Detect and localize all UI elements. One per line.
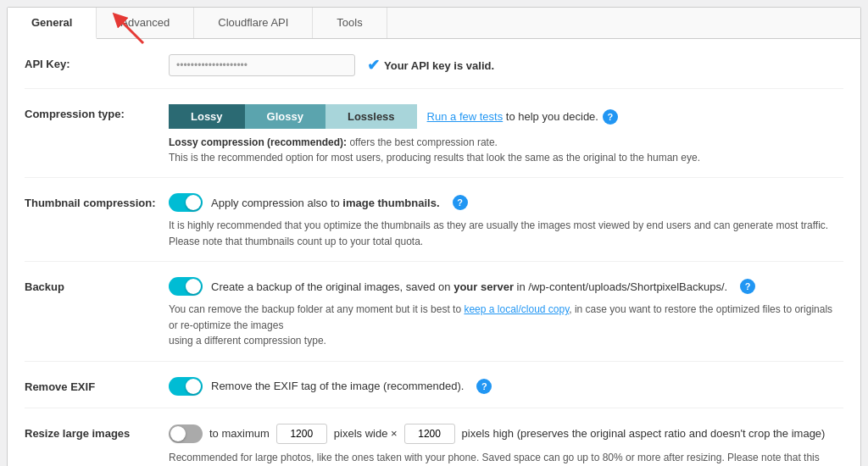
api-valid-message: ✔ Your API key is valid.	[367, 56, 494, 75]
backup-local-copy-link[interactable]: keep a local/cloud copy	[464, 303, 569, 315]
tab-bar: General Advanced Cloudflare API Tools	[8, 8, 860, 39]
resize-label: Resize large images	[25, 424, 169, 440]
tab-general[interactable]: General	[8, 8, 97, 39]
exif-toggle-row: Remove the EXIF tag of the image (recomm…	[169, 377, 843, 396]
tab-cloudflare-api[interactable]: Cloudflare API	[194, 8, 313, 38]
backup-control: Create a backup of the original images, …	[169, 277, 843, 349]
backup-toggle-slider[interactable]	[169, 277, 203, 296]
run-tests-container: Run a few tests to help you decide.	[427, 110, 598, 123]
api-key-input[interactable]	[169, 54, 355, 76]
compression-help-icon[interactable]: ?	[603, 109, 618, 125]
backup-help-icon[interactable]: ?	[740, 279, 755, 294]
backup-toggle-row: Create a backup of the original images, …	[169, 277, 843, 296]
compression-type-control: Lossy Glossy Lossless Run a few tests to…	[169, 104, 843, 165]
compression-type-label: Compression type:	[25, 104, 169, 120]
exif-toggle[interactable]	[169, 377, 203, 396]
lossy-button[interactable]: Lossy	[169, 104, 245, 129]
thumbnail-help-icon[interactable]: ?	[453, 195, 468, 210]
checkmark-icon: ✔	[367, 56, 380, 75]
resize-pixels-high-text: pixels high (preserves the original aspe…	[462, 427, 826, 440]
thumbnail-toggle-slider[interactable]	[169, 193, 203, 212]
backup-toggle-label: Create a backup of the original images, …	[211, 280, 727, 293]
lossless-button[interactable]: Lossless	[326, 104, 417, 129]
resize-toggle-slider[interactable]	[169, 424, 203, 443]
resize-width-input[interactable]	[276, 424, 327, 444]
glossy-button[interactable]: Glossy	[245, 104, 326, 129]
resize-height-input[interactable]	[404, 424, 455, 444]
exif-toggle-slider[interactable]	[169, 377, 203, 396]
resize-to-maximum-text: to maximum	[209, 427, 270, 440]
resize-description: Recommended for large photos, like the o…	[169, 450, 843, 466]
exif-toggle-label: Remove the EXIF tag of the image (recomm…	[211, 380, 464, 392]
resize-row: Resize large images to maximum pixels wi…	[25, 424, 843, 466]
thumbnail-toggle-row: Apply compression also to image thumbnai…	[169, 193, 843, 212]
resize-control: to maximum pixels wide × pixels high (pr…	[169, 424, 843, 466]
resize-pixels-wide-text: pixels wide ×	[334, 427, 398, 440]
compression-type-row: Compression type: Lossy Glossy Lossless …	[25, 104, 843, 178]
tab-advanced[interactable]: Advanced	[97, 8, 194, 38]
resize-controls: to maximum pixels wide × pixels high (pr…	[169, 424, 843, 444]
thumbnail-description: It is highly recommended that you optimi…	[169, 218, 843, 249]
run-tests-link[interactable]: Run a few tests	[427, 110, 504, 123]
api-key-control: ✔ Your API key is valid.	[169, 54, 843, 76]
backup-row: Backup Create a backup of the original i…	[25, 277, 843, 362]
exif-help-icon[interactable]: ?	[476, 379, 492, 394]
resize-toggle[interactable]	[169, 424, 203, 443]
remove-exif-row: Remove EXIF Remove the EXIF tag of the i…	[25, 377, 843, 408]
thumbnail-toggle-label: Apply compression also to image thumbnai…	[211, 197, 440, 209]
compression-buttons: Lossy Glossy Lossless	[169, 104, 417, 129]
remove-exif-control: Remove the EXIF tag of the image (recomm…	[169, 377, 843, 396]
thumbnail-toggle[interactable]	[169, 193, 203, 212]
backup-toggle[interactable]	[169, 277, 203, 296]
backup-description: You can remove the backup folder at any …	[169, 302, 843, 349]
settings-content: API Key: ✔ Your API key is valid. Compre…	[8, 39, 860, 466]
backup-label: Backup	[25, 277, 169, 293]
thumbnail-compression-control: Apply compression also to image thumbnai…	[169, 193, 843, 249]
api-key-label: API Key:	[25, 54, 169, 70]
remove-exif-label: Remove EXIF	[25, 377, 169, 393]
thumbnail-compression-label: Thumbnail compression:	[25, 193, 169, 209]
thumbnail-compression-row: Thumbnail compression: Apply compression…	[25, 193, 843, 262]
tab-tools[interactable]: Tools	[313, 8, 387, 38]
compression-description: Lossy compression (recommended): offers …	[169, 135, 843, 165]
api-key-row: API Key: ✔ Your API key is valid.	[25, 54, 843, 89]
